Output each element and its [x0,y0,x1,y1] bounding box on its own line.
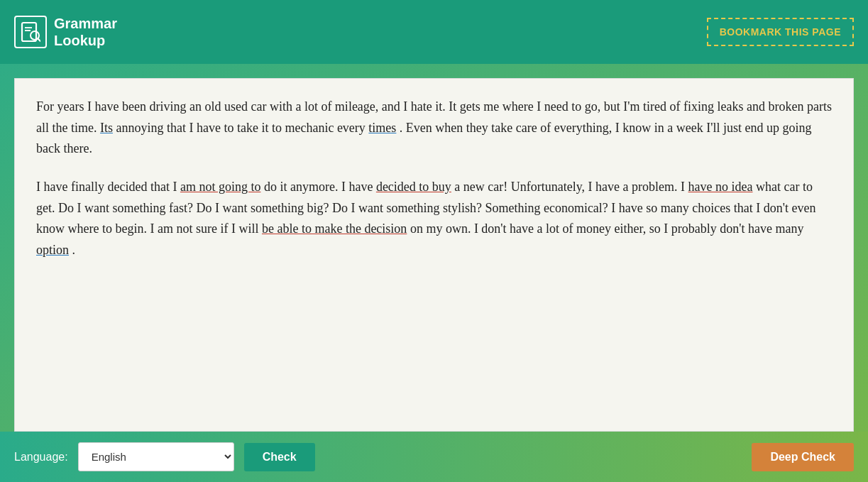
phrase-decided-to-buy: decided to buy [376,180,451,194]
paragraph-2: I have finally decided that I am not goi… [36,177,832,261]
language-label: Language: [14,451,68,464]
text-editor[interactable]: For years I have been driving an old use… [14,78,854,432]
check-button[interactable]: Check [244,443,315,471]
text-after-its: annoying that I have to take it to mecha… [116,121,368,135]
text-after-phrase4: on my own. I don't have a lot of money e… [410,221,804,236]
its-underlined: Its [100,121,113,135]
times-underlined: times [368,121,396,135]
text-after-phrase2: a new car! Unfortunately, I have a probl… [454,180,688,194]
phrase-have-no-idea: have no idea [688,180,753,194]
phrase-am-not-going-to: am not going to [180,180,261,194]
logo-icon [14,16,47,48]
logo-area: Grammar Lookup [14,15,117,49]
language-select[interactable]: English French German Spanish Portuguese… [78,442,234,471]
logo-text: Grammar Lookup [54,15,117,49]
bottom-bar: Language: English French German Spanish … [0,432,868,482]
phrase-be-able-to-make: be able to make the decision [262,221,407,236]
text-after-phrase1: do it anymore. I have [264,180,376,194]
svg-line-2 [38,39,41,42]
option-underlined: option [36,243,69,257]
paragraph-1: For years I have been driving an old use… [36,97,832,160]
text-after-option: . [72,243,76,257]
bookmark-button[interactable]: BOOKMARK THIS PAGE [707,18,854,46]
main-area: For years I have been driving an old use… [0,64,868,432]
text-p2-start: I have finally decided that I [36,180,180,194]
header: Grammar Lookup BOOKMARK THIS PAGE [0,0,868,64]
deep-check-button[interactable]: Deep Check [752,443,854,471]
